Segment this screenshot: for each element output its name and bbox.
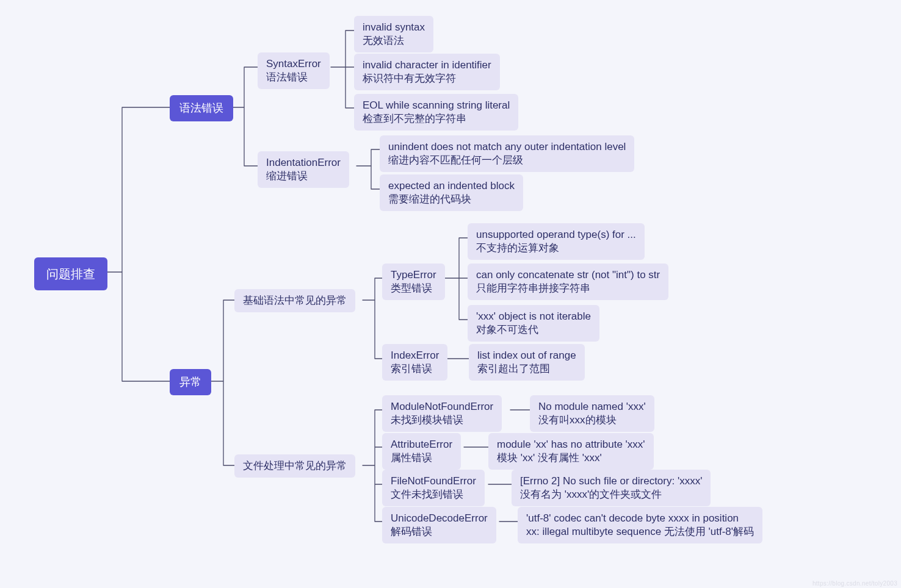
node-concat-str[interactable]: can only concatenate str (not "int") to … — [468, 264, 668, 300]
node-indentationerror[interactable]: IndentationError 缩进错误 — [258, 151, 349, 188]
text: list index out of range — [477, 349, 576, 362]
node-typeerror[interactable]: TypeError 类型错误 — [382, 264, 445, 300]
text: AttributeError — [391, 438, 452, 451]
text: 不支持的运算对象 — [476, 242, 636, 255]
category-exception-label: 异常 — [179, 375, 201, 389]
node-no-module[interactable]: No module named 'xxx' 没有叫xxx的模块 — [530, 395, 654, 432]
node-not-iterable[interactable]: 'xxx' object is not iterable 对象不可迭代 — [468, 305, 599, 342]
node-errno2[interactable]: [Errno 2] No such file or directory: 'xx… — [512, 470, 711, 506]
node-syntaxerror[interactable]: SyntaxError 语法错误 — [258, 52, 330, 89]
text: 解码错误 — [391, 525, 488, 539]
node-unindent[interactable]: unindent does not match any outer indent… — [380, 135, 634, 172]
text: TypeError — [391, 268, 436, 282]
text: EOL while scanning string literal — [363, 99, 510, 112]
watermark-text: https://blog.csdn.net/toly2003 — [812, 580, 897, 587]
node-attributeerror[interactable]: AttributeError 属性错误 — [382, 433, 461, 470]
text: IndexError — [391, 349, 439, 362]
text: 文件未找到错误 — [391, 488, 476, 501]
category-exception[interactable]: 异常 — [170, 369, 211, 395]
node-filenotfound[interactable]: FileNotFoundError 文件未找到错误 — [382, 470, 485, 506]
text: 模块 'xx' 没有属性 'xxx' — [497, 451, 645, 465]
text: 文件处理中常见的异常 — [243, 459, 347, 473]
text: unsupported operand type(s) for ... — [476, 228, 636, 242]
text: 没有叫xxx的模块 — [538, 414, 646, 427]
text: 语法错误 — [266, 71, 321, 84]
text: 缩进内容不匹配任何一个层级 — [388, 154, 626, 167]
text: 索引错误 — [391, 362, 439, 376]
node-basic-exceptions[interactable]: 基础语法中常见的异常 — [234, 289, 355, 312]
text: ModuleNotFoundError — [391, 400, 493, 414]
text: module 'xx' has no attribute 'xxx' — [497, 438, 645, 451]
node-unicodedecode[interactable]: UnicodeDecodeError 解码错误 — [382, 507, 496, 543]
category-syntax-label: 语法错误 — [179, 101, 223, 115]
text: [Errno 2] No such file or directory: 'xx… — [520, 475, 702, 488]
category-syntax[interactable]: 语法错误 — [170, 95, 233, 121]
text: 'xxx' object is not iterable — [476, 310, 591, 323]
node-unsupported-operand[interactable]: unsupported operand type(s) for ... 不支持的… — [468, 223, 645, 260]
text: 检查到不完整的字符串 — [363, 112, 510, 126]
text: 只能用字符串拼接字符串 — [476, 282, 660, 295]
node-utf8-decode[interactable]: 'utf-8' codec can't decode byte xxxx in … — [518, 507, 762, 543]
node-modulenotfound[interactable]: ModuleNotFoundError 未找到模块错误 — [382, 395, 502, 432]
text: FileNotFoundError — [391, 475, 476, 488]
text: 类型错误 — [391, 282, 436, 295]
text: 没有名为 'xxxx'的文件夹或文件 — [520, 488, 702, 501]
text: unindent does not match any outer indent… — [388, 140, 626, 154]
text: 索引超出了范围 — [477, 362, 576, 376]
text: No module named 'xxx' — [538, 400, 646, 414]
text: invalid syntax — [363, 21, 425, 34]
node-invalid-char[interactable]: invalid character in identifier 标识符中有无效字… — [354, 54, 500, 90]
text: 对象不可迭代 — [476, 323, 591, 337]
node-eol-string[interactable]: EOL while scanning string literal 检查到不完整… — [354, 94, 518, 131]
text: 缩进错误 — [266, 170, 341, 183]
root-node[interactable]: 问题排查 — [34, 257, 107, 290]
text: 'utf-8' codec can't decode byte xxxx in … — [526, 512, 754, 525]
node-no-attribute[interactable]: module 'xx' has no attribute 'xxx' 模块 'x… — [488, 433, 654, 470]
node-invalid-syntax[interactable]: invalid syntax 无效语法 — [354, 16, 433, 52]
text: 属性错误 — [391, 451, 452, 465]
text: can only concatenate str (not "int") to … — [476, 268, 660, 282]
text: xx: illegal multibyte sequence 无法使用 'utf… — [526, 525, 754, 539]
text: 需要缩进的代码块 — [388, 193, 515, 206]
root-label: 问题排查 — [46, 266, 95, 282]
node-list-index[interactable]: list index out of range 索引超出了范围 — [469, 344, 585, 381]
node-expected-indent[interactable]: expected an indented block 需要缩进的代码块 — [380, 174, 523, 211]
text: 基础语法中常见的异常 — [243, 294, 347, 307]
text: invalid character in identifier — [363, 59, 491, 72]
text: expected an indented block — [388, 179, 515, 193]
text: IndentationError — [266, 156, 341, 170]
text: 未找到模块错误 — [391, 414, 493, 427]
node-file-exceptions[interactable]: 文件处理中常见的异常 — [234, 454, 355, 478]
text: 标识符中有无效字符 — [363, 72, 491, 85]
text: UnicodeDecodeError — [391, 512, 488, 525]
text: SyntaxError — [266, 57, 321, 71]
text: 无效语法 — [363, 34, 425, 48]
node-indexerror[interactable]: IndexError 索引错误 — [382, 344, 447, 381]
